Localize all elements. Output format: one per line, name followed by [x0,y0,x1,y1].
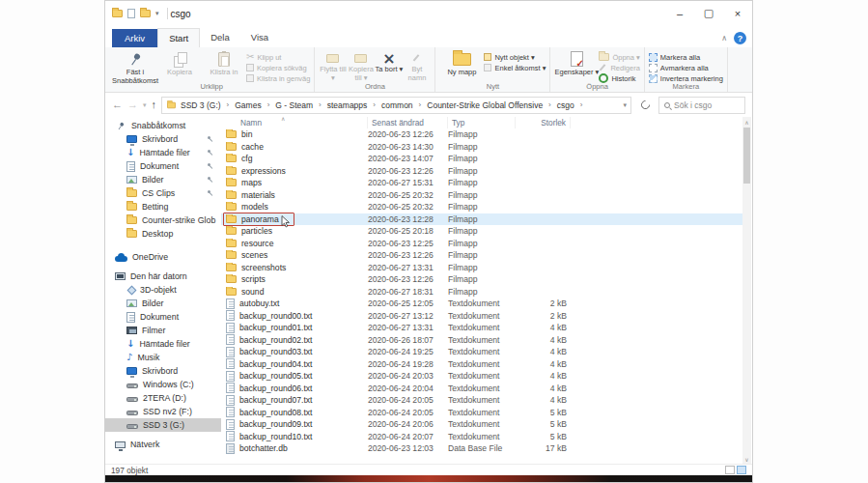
file-row[interactable]: maps2020-06-27 15:31Filmapp [221,177,743,189]
ribbon-button[interactable]: ×Ta bort ▾ [375,49,403,74]
ribbon-button[interactable]: Nytt objekt ▾ [484,52,546,62]
file-row[interactable]: panorama2020-06-23 12:28Filmapp [221,213,743,226]
breadcrumb-segment[interactable]: Counter-Strike Global Offensive [426,100,544,110]
file-row[interactable]: scenes2020-06-23 12:26Filmapp [221,249,743,262]
breadcrumb-segment[interactable]: common [380,100,414,110]
ribbon-button[interactable]: Klistra in [202,49,246,77]
minimize-button[interactable]: – [665,1,694,25]
ribbon-button[interactable]: Redigera [599,63,639,72]
sidebar-item-dokument[interactable]: Dokument [105,310,221,324]
ribbon-button[interactable]: ✂Klipp ut [246,52,310,62]
ribbon-button[interactable]: Kopiera till ▾ [347,49,375,82]
ribbon-button[interactable]: Egenskaper ▾ [554,49,599,77]
sidebar-item-windows-c-[interactable]: Windows (C:) [105,378,221,391]
sidebar-item-n-tverk[interactable]: Nätverk [105,438,221,451]
sidebar-item-h-mtade-filer[interactable]: ↓Hämtade filer [105,146,221,159]
tab-dela[interactable]: Dela [200,28,240,47]
breadcrumb-segment[interactable]: SSD 3 (G:) [180,100,222,110]
sidebar-item-skrivbord[interactable]: Skrivbord [105,364,221,378]
qat-customize-chevron-icon[interactable]: ▾ [155,10,159,17]
sidebar-item-3d-objekt[interactable]: 3D-objekt [105,283,221,297]
sidebar-item-skrivbord[interactable]: Skrivbord [105,132,221,146]
sidebar-item-betting[interactable]: Betting [105,200,221,213]
column-header-size[interactable]: Storlek [516,117,571,128]
tab-visa[interactable]: Visa [240,28,279,47]
tab-start[interactable]: Start [157,28,200,47]
file-row[interactable]: materials2020-06-25 20:32Filmapp [221,189,743,202]
thumbnails-view-icon[interactable] [737,466,746,474]
sidebar-item-ssd-nv2-f-[interactable]: SSD nv2 (F:) [105,405,221,418]
address-breadcrumb-box[interactable]: SSD 3 (G:)›Games›G - Steam›steamapps›com… [161,97,631,114]
maximize-button[interactable]: ▢ [694,1,723,25]
file-row[interactable]: cfg2020-06-23 14:07Filmapp [221,153,743,165]
file-row[interactable]: scripts2020-06-23 12:26Filmapp [221,273,743,286]
address-dropdown-icon[interactable]: ▾ [623,101,627,109]
ribbon-button[interactable]: Fäst i Snabbåtkomst [113,49,157,85]
breadcrumb-segment[interactable]: csgo [556,100,575,110]
breadcrumb-segment[interactable]: Games [234,100,262,110]
ribbon-button[interactable]: Kopiera sökväg [246,63,310,72]
help-icon[interactable]: ? [734,32,746,44]
details-view-icon[interactable] [725,466,735,474]
recent-locations-chevron-icon[interactable]: ▾ [143,101,147,108]
collapse-ribbon-icon[interactable]: ∧ [721,34,727,43]
file-row[interactable]: backup_round01.txt2020-06-27 13:31Textdo… [221,322,743,334]
scrollbar-thumb[interactable] [743,128,750,184]
ribbon-button[interactable]: Avmarkera alla [649,63,723,72]
breadcrumb-segment[interactable]: G - Steam [274,100,314,110]
file-row[interactable]: backup_round07.txt2020-06-24 20:05Textdo… [221,394,743,407]
file-row[interactable]: screenshots2020-06-27 13:31Filmapp [221,262,743,274]
file-row[interactable]: bin2020-06-23 12:26Filmapp [221,128,743,141]
file-row[interactable]: autobuy.txt2020-06-25 12:05Textdokument2… [221,298,743,310]
file-row[interactable]: backup_round05.txt2020-06-24 20:03Textdo… [221,370,743,383]
ribbon-button[interactable]: Ny mapp [439,49,484,77]
sidebar-item-bilder[interactable]: Bilder [105,173,221,186]
new-folder-qat-icon[interactable] [140,10,151,17]
sidebar-item-den-h-r-datorn[interactable]: Den här datorn [105,270,221,283]
file-row[interactable]: backup_round06.txt2020-06-24 20:04Textdo… [221,383,743,395]
search-input[interactable]: Sök i csgo [658,97,745,114]
file-row[interactable]: expressions2020-06-23 12:26Filmapp [221,165,743,178]
ribbon-button[interactable]: Öppna ▾ [599,52,639,62]
ribbon-button[interactable]: Enkel åtkomst ▾ [484,63,546,72]
sidebar-item-dokument[interactable]: Dokument [105,159,221,173]
scroll-up-icon[interactable]: ∧ [742,117,751,127]
up-icon[interactable]: ↑ [152,99,157,110]
vertical-scrollbar[interactable]: ∧ ∨ [742,117,751,464]
file-row[interactable]: resource2020-06-23 12:25Filmapp [221,238,743,250]
sidebar-item-counter-strike-glob[interactable]: Counter-strike Glob [105,213,221,227]
sidebar-item-2tera-d-[interactable]: 2TERA (D:) [105,391,221,405]
ribbon-button[interactable]: Byt namn [403,49,431,82]
file-row[interactable]: backup_round03.txt2020-06-24 19:25Textdo… [221,346,743,358]
ribbon-button[interactable]: Markera alla [649,52,723,62]
ribbon-button[interactable]: Kopiera [157,49,202,77]
properties-qat-icon[interactable] [127,9,135,18]
breadcrumb-segment[interactable]: steamapps [326,100,369,110]
sidebar-item-cs-clips[interactable]: CS Clips [105,186,221,200]
file-row[interactable]: cache2020-06-23 14:30Filmapp [221,141,743,154]
tab-file-menu[interactable]: Arkiv [112,29,157,47]
ribbon-button[interactable]: Flytta till ▾ [319,49,347,82]
refresh-button[interactable] [636,97,654,114]
column-header-name[interactable]: Namn [221,117,368,128]
column-header-type[interactable]: Typ [448,117,516,128]
sidebar-item-onedrive[interactable]: OneDrive [105,250,221,264]
file-row[interactable]: sound2020-06-27 18:31Filmapp [221,286,743,298]
file-row[interactable]: backup_round02.txt2020-06-26 18:07Textdo… [221,334,743,347]
file-row[interactable]: backup_round09.txt2020-06-24 20:06Textdo… [221,418,743,431]
file-row[interactable]: backup_round08.txt2020-06-24 20:05Textdo… [221,407,743,419]
back-icon[interactable]: ← [112,99,123,110]
sidebar-item-snabb-tkomst[interactable]: Snabbåtkomst [105,119,221,132]
sidebar-item-musik[interactable]: ♪Musik [105,351,221,364]
file-row[interactable]: particles2020-06-25 20:18Filmapp [221,225,743,238]
sidebar-item-bilder[interactable]: Bilder [105,297,221,310]
sidebar-item-filmer[interactable]: Filmer [105,324,221,337]
file-row[interactable]: backup_round00.txt2020-06-27 13:12Textdo… [221,310,743,323]
file-row[interactable]: backup_round04.txt2020-06-24 19:28Textdo… [221,358,743,371]
file-row[interactable]: botchatter.db2020-06-23 12:03Data Base F… [221,442,743,455]
file-row[interactable]: models2020-06-25 20:32Filmapp [221,201,743,213]
column-header-modified[interactable]: Senast ändrad [368,117,448,128]
sidebar-item-h-mtade-filer[interactable]: ↓Hämtade filer [105,337,221,351]
sidebar-item-desktop[interactable]: Desktop [105,227,221,241]
sidebar-item-ssd-3-g-[interactable]: SSD 3 (G:) [105,418,221,432]
